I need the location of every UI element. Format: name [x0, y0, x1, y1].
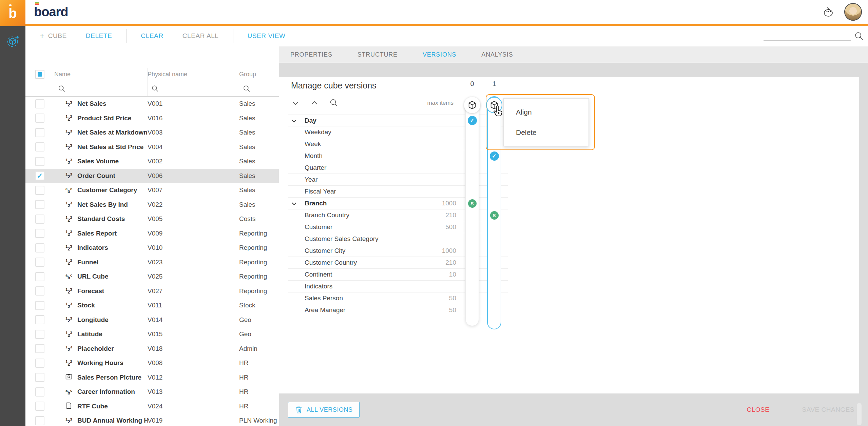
table-row[interactable]: 123Working HoursV008HR	[25, 356, 279, 370]
expand-all-icon[interactable]	[291, 99, 300, 107]
row-checkbox[interactable]	[35, 157, 44, 166]
row-checkbox[interactable]	[35, 416, 44, 425]
row-checkbox[interactable]	[35, 99, 44, 108]
table-row[interactable]: abcCustomer CategoryV007Sales	[25, 183, 279, 198]
tree-row-label: Quarter	[305, 164, 326, 171]
table-row[interactable]: 123PlaceholderV018Admin	[25, 342, 279, 356]
cube-name: Standard Costs	[77, 215, 125, 223]
row-checkbox[interactable]	[35, 200, 44, 209]
add-cube-button[interactable]: +CUBE	[40, 31, 67, 41]
tree-row-label: Continent	[305, 271, 332, 278]
search-icon[interactable]	[854, 31, 864, 41]
menu-item-delete[interactable]: Delete	[504, 122, 589, 143]
row-checkbox[interactable]	[35, 114, 44, 123]
chat-icon[interactable]	[822, 5, 835, 19]
cube-name: Sales Person Picture	[77, 374, 141, 381]
row-checkbox[interactable]	[35, 186, 44, 195]
row-checkbox[interactable]	[35, 215, 44, 224]
cube-physical-name: V014	[148, 316, 239, 324]
cube-physical-name: V009	[148, 230, 239, 237]
table-row[interactable]: 123ForecastV027Reporting	[25, 284, 279, 299]
filter-name-search-icon[interactable]	[58, 85, 66, 93]
tab-properties[interactable]: PROPERTIES	[290, 51, 332, 58]
max-items-value: 1000	[442, 200, 456, 207]
version-0-track[interactable]	[465, 99, 479, 326]
numeric-cube-icon: 123	[64, 259, 73, 266]
chevron-down-icon[interactable]	[290, 200, 298, 207]
row-checkbox[interactable]	[35, 315, 44, 324]
tree-search-icon[interactable]	[329, 98, 339, 108]
row-checkbox[interactable]	[35, 142, 44, 151]
version-0-sparse-badge: S	[468, 199, 477, 208]
tree-row-label: Indicators	[305, 283, 332, 290]
row-checkbox[interactable]	[35, 330, 44, 339]
row-checkbox[interactable]	[35, 243, 44, 252]
cube-add-icon[interactable]	[5, 34, 21, 49]
table-row[interactable]: 123IndicatorsV010Reporting	[25, 241, 279, 255]
row-checkbox[interactable]	[35, 402, 44, 411]
row-checkbox[interactable]	[35, 373, 44, 382]
clear-button[interactable]: CLEAR	[141, 32, 163, 40]
table-row[interactable]: Sales Person PictureV012HR	[25, 370, 279, 385]
table-row[interactable]: 123Net SalesV001Sales	[25, 97, 279, 111]
cube-name: Placeholder	[77, 345, 114, 352]
clear-all-button[interactable]: CLEAR ALL	[182, 32, 219, 40]
tab-versions[interactable]: VERSIONS	[423, 51, 456, 58]
filter-group-search-icon[interactable]	[243, 85, 251, 93]
tab-structure[interactable]: STRUCTURE	[358, 51, 398, 58]
global-search-input[interactable]	[764, 33, 851, 41]
table-row[interactable]: abcCareer InformationV013HR	[25, 385, 279, 399]
table-row[interactable]: 123Standard CostsV005Costs	[25, 212, 279, 226]
table-row[interactable]: 123Product Std PriceV016Sales	[25, 111, 279, 126]
table-row[interactable]: 123StockV011Stock	[25, 298, 279, 313]
numeric-cube-icon: 123	[64, 172, 73, 179]
table-row[interactable]: 123BUD Annual Working HoursV019PLN Worki…	[25, 413, 279, 426]
board-b-icon: b	[8, 6, 17, 20]
chevron-down-icon[interactable]	[290, 118, 298, 124]
table-row[interactable]: 123Sales VolumeV002Sales	[25, 154, 279, 169]
version-1-check-badge: ✓	[490, 151, 499, 161]
row-checkbox[interactable]	[35, 387, 44, 397]
max-items-value: 50	[449, 295, 456, 302]
save-changes-button[interactable]: SAVE CHANGES	[802, 406, 854, 413]
row-checkbox[interactable]	[35, 344, 44, 353]
board-logo-tile[interactable]: b	[0, 0, 25, 26]
delete-button[interactable]: DELETE	[86, 32, 112, 40]
filter-physical-search-icon[interactable]	[151, 85, 159, 93]
tree-row-label: Year	[305, 176, 317, 183]
row-checkbox[interactable]	[35, 272, 44, 281]
user-avatar[interactable]	[844, 3, 862, 21]
select-all-checkbox[interactable]	[35, 70, 44, 79]
all-versions-button[interactable]: ALL VERSIONS	[288, 402, 360, 418]
column-header-name[interactable]: Name	[54, 68, 148, 81]
table-row[interactable]: abcURL CubeV025Reporting	[25, 269, 279, 284]
table-row[interactable]: 123Net Sales at Std PriceV004Sales	[25, 140, 279, 155]
row-checkbox[interactable]	[35, 171, 44, 180]
cube-name: Customer Category	[77, 186, 137, 194]
row-checkbox[interactable]	[35, 128, 44, 137]
table-row[interactable]: 123Sales ReportV009Reporting	[25, 226, 279, 241]
row-checkbox[interactable]	[35, 301, 44, 310]
column-header-group[interactable]: Group	[239, 68, 279, 81]
row-checkbox[interactable]	[35, 229, 44, 238]
cube-name: Forecast	[77, 287, 104, 295]
table-row[interactable]: RTF CubeV024HR	[25, 399, 279, 414]
row-checkbox[interactable]	[35, 286, 44, 296]
cube-group: Sales	[239, 100, 279, 107]
column-header-physical[interactable]: Physical name	[148, 68, 239, 81]
table-row[interactable]: 123LongitudeV014Geo	[25, 313, 279, 327]
table-row[interactable]: 123Net Sales at Markdown PriceV003Sales	[25, 125, 279, 140]
scrollbar-thumb[interactable]	[857, 403, 862, 425]
table-row[interactable]: 123FunnelV023Reporting	[25, 255, 279, 270]
row-checkbox[interactable]	[35, 359, 44, 368]
row-checkbox[interactable]	[35, 258, 44, 267]
user-view-button[interactable]: USER VIEW	[248, 32, 286, 40]
menu-item-align[interactable]: Align	[504, 102, 589, 122]
table-row[interactable]: 123LatitudeV015Geo	[25, 327, 279, 342]
table-row[interactable]: 123Order CountV006Sales	[25, 169, 279, 183]
close-button[interactable]: CLOSE	[747, 406, 770, 413]
table-row[interactable]: 123Net Sales By IndV022Sales	[25, 198, 279, 212]
tab-analysis[interactable]: ANALYSIS	[481, 51, 513, 58]
collapse-all-icon[interactable]	[310, 99, 319, 107]
version-0-cube-icon[interactable]	[464, 97, 480, 113]
